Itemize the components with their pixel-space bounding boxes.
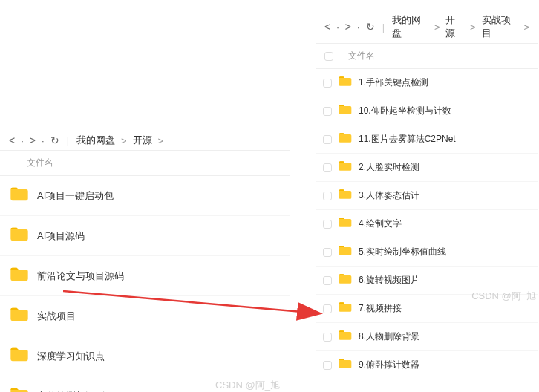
back-button[interactable]: < (9, 134, 15, 146)
watermark: CSDN @阿_旭 (215, 379, 280, 392)
breadcrumb-sep: > (523, 22, 529, 33)
file-row[interactable]: 8.人物删除背景 (316, 323, 538, 351)
back-button[interactable]: < (324, 21, 330, 33)
breadcrumb-sep: > (434, 22, 440, 33)
folder-icon (9, 385, 30, 392)
row-checkbox[interactable] (323, 333, 332, 342)
nav-dot: · (42, 135, 45, 146)
file-row[interactable]: 10.仰卧起坐检测与计数 (316, 97, 538, 125)
folder-icon (338, 187, 353, 204)
left-panel: < · > · ↻ | 我的网盘 > 开源 > 文件名 AI项目一键启动包 AI… (0, 131, 290, 392)
folder-icon (338, 272, 353, 289)
file-row[interactable]: 3.人体姿态估计 (316, 182, 538, 210)
breadcrumb-sep: > (470, 22, 476, 33)
folder-icon (338, 102, 353, 120)
file-row[interactable]: 前沿论文与项目源码 (0, 256, 290, 296)
nav-dot: · (336, 22, 339, 33)
folder-icon (338, 131, 353, 148)
folder-icon (338, 215, 353, 232)
file-name: AI项目源码 (37, 229, 85, 243)
file-row[interactable]: 1.手部关键点检测 (316, 69, 538, 97)
file-name: 6.旋转视频图片 (359, 274, 419, 287)
row-checkbox[interactable] (323, 163, 332, 172)
nav-dot: · (21, 135, 24, 146)
folder-icon (9, 184, 30, 207)
file-name: 9.俯卧撑计数器 (359, 359, 419, 371)
column-name: 文件名 (348, 50, 375, 62)
folder-icon (338, 74, 353, 91)
breadcrumb-item[interactable]: 开源 (133, 134, 152, 147)
folder-icon (338, 328, 353, 345)
file-name: 3.人体姿态估计 (359, 189, 419, 202)
row-checkbox[interactable] (323, 220, 332, 229)
row-checkbox[interactable] (323, 107, 332, 116)
forward-button[interactable]: > (30, 134, 36, 146)
file-row[interactable]: 5.实时绘制坐标值曲线 (316, 238, 538, 267)
row-checkbox[interactable] (323, 135, 332, 144)
refresh-button[interactable]: ↻ (366, 21, 375, 33)
nav-divider: | (67, 135, 69, 146)
right-panel: < · > · ↻ | 我的网盘 > 开源 > 实战项目 > 文件名 1.手部关… (316, 10, 538, 379)
breadcrumb-sep: > (121, 135, 127, 146)
file-name: 10.仰卧起坐检测与计数 (359, 105, 451, 117)
file-row[interactable]: 11.图片去雾算法C2PNet (316, 125, 538, 154)
row-checkbox[interactable] (323, 361, 332, 370)
file-list-right: 1.手部关键点检测 10.仰卧起坐检测与计数 11.图片去雾算法C2PNet 2… (316, 69, 538, 379)
nav-dot: · (357, 22, 360, 33)
file-name: 5.实时绘制坐标值曲线 (359, 246, 446, 258)
refresh-button[interactable]: ↻ (50, 134, 59, 146)
row-checkbox[interactable] (323, 304, 332, 313)
file-name: 实战项目 (37, 310, 76, 323)
file-name: 4.绘制文字 (359, 218, 402, 230)
column-name: 文件名 (27, 157, 53, 169)
watermark: CSDN @阿_旭 (471, 290, 536, 303)
forward-button[interactable]: > (345, 21, 351, 33)
folder-icon (9, 304, 30, 327)
folder-icon (9, 224, 30, 247)
folder-icon (9, 264, 30, 287)
column-header-row: 文件名 (0, 150, 290, 176)
row-checkbox[interactable] (323, 79, 332, 88)
breadcrumb-item[interactable]: 我的网盘 (392, 13, 428, 40)
file-name: 11.图片去雾算法C2PNet (359, 133, 456, 146)
breadcrumb-nav-right: < · > · ↻ | 我的网盘 > 开源 > 实战项目 > (316, 10, 538, 43)
file-row[interactable]: 实战项目 (0, 296, 290, 336)
breadcrumb-nav-left: < · > · ↻ | 我的网盘 > 开源 > (0, 131, 290, 150)
file-name: AI项目一键启动包 (37, 189, 114, 203)
file-row[interactable]: AI项目源码 (0, 216, 290, 256)
file-row[interactable]: 2.人脸实时检测 (316, 154, 538, 182)
column-header-row: 文件名 (316, 43, 538, 69)
breadcrumb-sep: > (158, 135, 164, 146)
select-all-checkbox[interactable] (324, 52, 333, 61)
nav-divider: | (382, 22, 385, 33)
file-name: 1.手部关键点检测 (359, 76, 428, 89)
file-row[interactable]: AI项目一键启动包 (0, 176, 290, 216)
folder-icon (338, 159, 353, 176)
file-name: 车牌检测与识别 (37, 390, 105, 393)
file-name: 8.人物删除背景 (359, 330, 419, 343)
file-name: 2.人脸实时检测 (359, 161, 419, 174)
row-checkbox[interactable] (323, 276, 332, 285)
folder-icon (338, 300, 353, 317)
breadcrumb-item[interactable]: 我的网盘 (76, 134, 115, 147)
file-name: 前沿论文与项目源码 (37, 270, 124, 283)
file-row[interactable]: 深度学习知识点 (0, 336, 290, 376)
breadcrumb-item[interactable]: 开源 (445, 13, 463, 40)
file-list-left: AI项目一键启动包 AI项目源码 前沿论文与项目源码 实战项目 深度学习知识点 … (0, 176, 290, 392)
file-row[interactable]: 4.绘制文字 (316, 210, 538, 238)
row-checkbox[interactable] (323, 248, 332, 257)
file-name: 深度学习知识点 (37, 350, 105, 363)
folder-icon (338, 244, 353, 261)
breadcrumb-item[interactable]: 实战项目 (482, 13, 518, 40)
folder-icon (338, 356, 353, 373)
folder-icon (9, 344, 30, 368)
file-name: 7.视频拼接 (359, 302, 402, 315)
row-checkbox[interactable] (323, 192, 332, 200)
file-row[interactable]: 9.俯卧撑计数器 (316, 351, 538, 379)
